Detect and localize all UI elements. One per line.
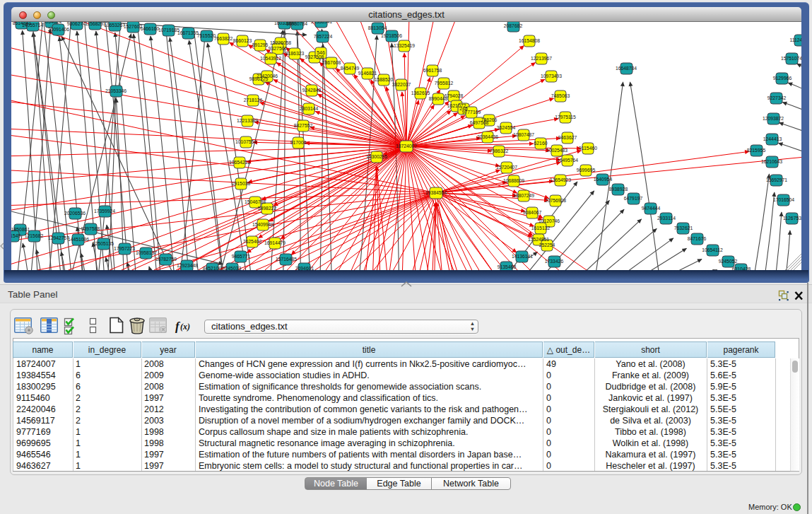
svg-text:7515520: 7515520 [197, 33, 216, 38]
svg-text:7485063: 7485063 [551, 93, 570, 98]
svg-text:12942757: 12942757 [48, 235, 69, 240]
svg-text:13654923: 13654923 [550, 177, 571, 182]
svg-text:7857224: 7857224 [314, 34, 333, 39]
svg-text:9327508: 9327508 [305, 54, 324, 59]
svg-text:8186323: 8186323 [286, 51, 305, 56]
svg-text:13524851: 13524851 [528, 237, 549, 242]
svg-text:6794028: 6794028 [445, 93, 464, 98]
svg-text:18807249: 18807249 [513, 193, 534, 198]
svg-text:10107554: 10107554 [235, 139, 257, 144]
svg-text:8215955: 8215955 [747, 148, 766, 153]
svg-text:12505135: 12505135 [93, 241, 114, 246]
svg-text:7986322: 7986322 [490, 148, 509, 153]
svg-text:9115460: 9115460 [579, 146, 597, 151]
svg-text:8813054: 8813054 [368, 25, 387, 30]
svg-text:12213967: 12213967 [531, 56, 552, 61]
svg-text:15046788: 15046788 [245, 199, 266, 204]
svg-text:11568293: 11568293 [85, 22, 106, 26]
svg-text:10025483: 10025483 [546, 148, 567, 153]
svg-text:15692971: 15692971 [766, 177, 787, 182]
svg-text:15226058: 15226058 [270, 40, 291, 45]
svg-text:9245033: 9245033 [223, 266, 242, 270]
svg-text:16671355: 16671355 [177, 30, 199, 35]
svg-text:19218506: 19218506 [381, 33, 402, 38]
svg-text:1615132: 1615132 [531, 226, 551, 230]
svg-text:1126753: 1126753 [783, 216, 801, 221]
svg-text:9227342: 9227342 [767, 95, 787, 100]
svg-text:1640954: 1640954 [594, 177, 613, 182]
svg-text:10973493: 10973493 [541, 74, 562, 78]
svg-text:1362615: 1362615 [411, 90, 430, 95]
svg-text:17975115: 17975115 [555, 115, 576, 119]
svg-text:16782759: 16782759 [155, 257, 177, 262]
svg-text:8452100: 8452100 [203, 266, 222, 270]
svg-text:10654112: 10654112 [702, 247, 723, 252]
svg-text:9242848: 9242848 [302, 88, 322, 93]
svg-text:9465771: 9465771 [232, 254, 251, 259]
svg-text:20206536: 20206536 [64, 211, 86, 216]
svg-text:10930784: 10930784 [286, 22, 307, 26]
svg-text:16210643: 16210643 [761, 159, 782, 164]
svg-text:1215682: 1215682 [25, 233, 44, 238]
svg-text:2087682: 2087682 [504, 23, 523, 28]
svg-text:11124047: 11124047 [789, 37, 801, 42]
svg-text:12093872: 12093872 [763, 116, 784, 121]
svg-text:15716485: 15716485 [276, 257, 297, 262]
svg-text:12213389: 12213389 [237, 118, 258, 123]
svg-text:8938928: 8938928 [609, 187, 628, 192]
svg-text:16154808: 16154808 [519, 38, 540, 43]
svg-text:10719185: 10719185 [158, 28, 180, 33]
svg-text:19384554: 19384554 [425, 190, 447, 195]
svg-text:16914479: 16914479 [264, 240, 286, 245]
svg-text:9245052: 9245052 [719, 259, 738, 264]
svg-text:546: 546 [317, 50, 325, 55]
svg-text:8660123: 8660123 [233, 38, 252, 43]
svg-text:7955812: 7955812 [435, 81, 454, 86]
svg-text:17359924: 17359924 [94, 209, 115, 214]
svg-text:10807487: 10807487 [513, 132, 534, 137]
svg-text:17016504: 17016504 [773, 197, 794, 202]
svg-text:14451086: 14451086 [68, 237, 89, 242]
svg-text:7694601: 7694601 [295, 266, 314, 270]
svg-text:3624554: 3624554 [497, 125, 516, 130]
svg-text:10120746: 10120746 [539, 218, 560, 223]
svg-text:9084067: 9084067 [523, 210, 542, 215]
svg-text:16648784: 16648784 [616, 66, 637, 71]
svg-text:18724007: 18724007 [396, 144, 417, 148]
svg-text:7632621: 7632621 [674, 226, 693, 230]
svg-text:2933114: 2933114 [657, 216, 676, 221]
svg-text:3822037: 3822037 [392, 82, 411, 87]
svg-text:7625402: 7625402 [243, 239, 262, 244]
svg-text:6310428: 6310428 [732, 267, 751, 270]
svg-text:10543912: 10543912 [260, 56, 281, 61]
svg-text:19054824: 19054824 [40, 22, 61, 24]
svg-text:15751074: 15751074 [781, 56, 801, 61]
svg-text:9146821: 9146821 [358, 71, 377, 76]
svg-text:9463627: 9463627 [558, 135, 577, 140]
svg-text:(x): (x) [180, 322, 190, 332]
svg-text:62160: 62160 [534, 141, 548, 146]
svg-text:20364436: 20364436 [477, 134, 498, 139]
svg-text:6466160: 6466160 [141, 26, 160, 31]
svg-text:1915038: 1915038 [232, 181, 251, 186]
svg-text:2867608: 2867608 [322, 60, 341, 65]
svg-text:6497568: 6497568 [470, 120, 489, 125]
svg-text:1850861: 1850861 [11, 227, 30, 232]
svg-text:252254: 252254 [539, 243, 555, 247]
svg-text:9327500: 9327500 [269, 46, 288, 51]
svg-text:9699695: 9699695 [577, 168, 596, 173]
svg-text:8454749: 8454749 [341, 66, 360, 71]
svg-text:6479197: 6479197 [624, 196, 643, 201]
svg-text:1588520: 1588520 [375, 77, 394, 82]
svg-text:14136141: 14136141 [512, 254, 533, 259]
svg-text:917004: 917004 [290, 140, 307, 145]
svg-text:10958137: 10958137 [136, 250, 157, 255]
svg-text:9129966: 9129966 [773, 76, 792, 81]
svg-text:21053346: 21053346 [105, 88, 126, 93]
svg-text:21358941: 21358941 [311, 22, 332, 24]
svg-text:15409948: 15409948 [252, 222, 273, 227]
svg-text:20091406: 20091406 [48, 27, 69, 32]
svg-text:23420046: 23420046 [257, 74, 278, 78]
svg-text:9397588: 9397588 [81, 226, 100, 231]
svg-text:9806274: 9806274 [67, 22, 86, 26]
